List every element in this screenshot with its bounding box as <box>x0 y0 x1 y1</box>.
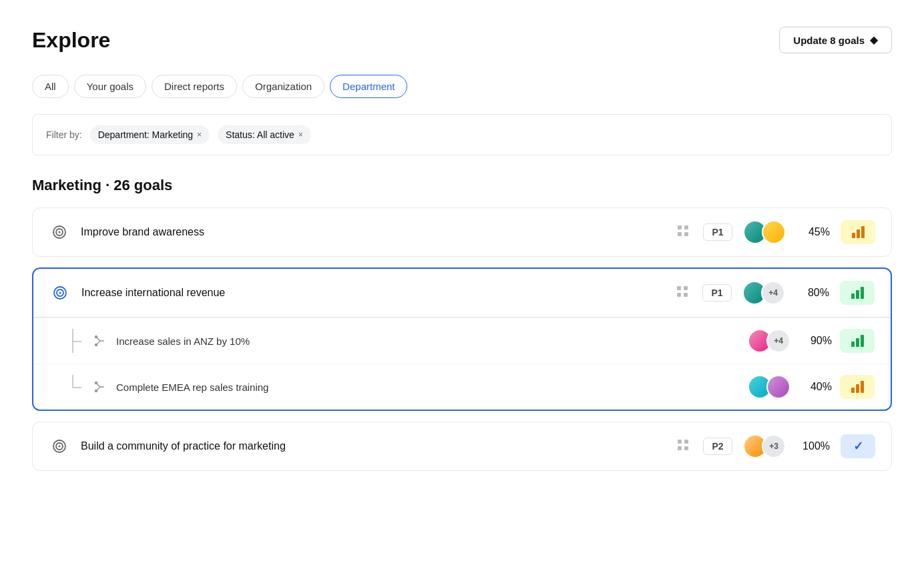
svg-rect-10 <box>677 286 681 290</box>
avatar-count-3: +3 <box>762 434 786 458</box>
dept-filter-text: Department: Marketing <box>98 129 193 140</box>
svg-rect-21 <box>678 440 682 444</box>
checkmark-3: ✓ <box>853 439 863 454</box>
avatar-1b <box>762 220 786 244</box>
sub-avatars-2 <box>748 375 790 399</box>
tab-bar: All Your goals Direct reports Organizati… <box>32 75 892 98</box>
goal-name-2: Increase international revenue <box>81 287 665 299</box>
svg-rect-6 <box>684 232 688 236</box>
dept-filter-tag[interactable]: Department: Marketing × <box>90 125 210 144</box>
goal-row-3[interactable]: Build a community of practice for market… <box>33 422 891 470</box>
goal-card-2: Increase international revenue P1 +4 80% <box>32 267 892 411</box>
tab-your-goals[interactable]: Your goals <box>74 75 146 98</box>
bar-chart-1 <box>852 226 865 238</box>
sub-percentage-2: 40% <box>798 381 832 393</box>
percentage-1: 45% <box>796 226 830 238</box>
svg-rect-24 <box>684 446 688 450</box>
svg-rect-22 <box>684 440 688 444</box>
avatars-1 <box>743 220 786 244</box>
svg-rect-3 <box>678 225 682 229</box>
grid-icon-2 <box>676 285 689 302</box>
sub-icon-1 <box>92 333 108 349</box>
svg-point-15 <box>95 344 97 346</box>
svg-rect-13 <box>684 293 688 297</box>
svg-rect-5 <box>678 232 682 236</box>
sub-bar-chart-2 <box>851 381 864 393</box>
priority-badge-3: P2 <box>703 438 732 455</box>
sub-percentage-1: 90% <box>798 335 832 347</box>
status-filter-tag[interactable]: Status: All active × <box>218 125 311 144</box>
tab-department[interactable]: Department <box>330 75 407 98</box>
priority-badge-2: P1 <box>702 284 732 302</box>
tree-line-2 <box>65 375 84 399</box>
svg-rect-11 <box>684 286 688 290</box>
sub-avatars-1: +4 <box>748 329 790 353</box>
tab-direct-reports[interactable]: Direct reports <box>152 75 237 98</box>
svg-rect-4 <box>684 225 688 229</box>
tree-line-1 <box>65 329 84 353</box>
avatar-count-2: +4 <box>761 281 785 305</box>
goal-icon-1 <box>49 221 70 243</box>
goal-row-1[interactable]: Improve brand awareness P1 45% <box>33 208 891 256</box>
sub-avatar-count-1: +4 <box>766 329 790 353</box>
goal-card-1: Improve brand awareness P1 45% <box>32 207 892 257</box>
goal-name-3: Build a community of practice for market… <box>81 440 666 452</box>
sub-status-badge-2 <box>840 375 875 399</box>
svg-point-14 <box>95 336 97 338</box>
status-badge-3: ✓ <box>841 434 875 458</box>
sub-goal-row-2[interactable]: Complete EMEA rep sales training 40% <box>33 364 891 410</box>
sub-icon-2 <box>92 379 108 395</box>
tab-organization[interactable]: Organization <box>242 75 324 98</box>
priority-badge-1: P1 <box>703 223 732 241</box>
update-goals-chevron: ◆ <box>870 34 878 46</box>
percentage-2: 80% <box>796 287 829 299</box>
status-filter-text: Status: All active <box>226 129 294 140</box>
svg-point-16 <box>95 382 97 384</box>
sub-status-badge-1 <box>840 329 875 353</box>
tab-all[interactable]: All <box>32 75 69 98</box>
avatars-2: +4 <box>742 281 785 305</box>
sub-goal-row-1[interactable]: Increase sales in ANZ by 10% +4 90% <box>33 318 891 364</box>
sub-bar-chart-1 <box>851 335 864 347</box>
grid-icon-1 <box>676 224 690 241</box>
sub-avatar-2b <box>766 375 790 399</box>
goal-name-1: Improve brand awareness <box>81 226 666 238</box>
svg-rect-23 <box>678 446 682 450</box>
page-title: Explore <box>32 28 110 53</box>
goal-icon-3 <box>49 436 70 457</box>
avatars-3: +3 <box>743 434 786 458</box>
page-header: Explore Update 8 goals ◆ <box>32 27 892 53</box>
filter-by-label: Filter by: <box>46 129 82 140</box>
status-filter-close[interactable]: × <box>298 130 303 139</box>
goal-row-2[interactable]: Increase international revenue P1 +4 80% <box>33 269 891 317</box>
sub-goal-name-2: Complete EMEA rep sales training <box>116 382 740 393</box>
percentage-3: 100% <box>796 440 830 452</box>
filter-bar: Filter by: Department: Marketing × Statu… <box>32 114 892 155</box>
svg-point-17 <box>95 390 97 392</box>
bar-chart-2 <box>851 287 864 299</box>
dept-filter-close[interactable]: × <box>197 130 202 139</box>
section-title: Marketing · 26 goals <box>32 177 892 194</box>
update-goals-label: Update 8 goals <box>793 35 865 46</box>
svg-point-2 <box>59 231 61 233</box>
svg-rect-12 <box>677 293 681 297</box>
update-goals-button[interactable]: Update 8 goals ◆ <box>779 27 892 53</box>
sub-goals-container: Increase sales in ANZ by 10% +4 90% <box>33 317 891 410</box>
svg-point-20 <box>59 446 61 448</box>
status-badge-2 <box>840 281 875 305</box>
grid-icon-3 <box>676 438 690 455</box>
goal-card-3: Build a community of practice for market… <box>32 422 892 471</box>
svg-point-9 <box>59 292 61 294</box>
status-badge-1 <box>841 220 875 244</box>
goal-icon-2 <box>49 282 71 304</box>
sub-goal-name-1: Increase sales in ANZ by 10% <box>116 336 740 347</box>
